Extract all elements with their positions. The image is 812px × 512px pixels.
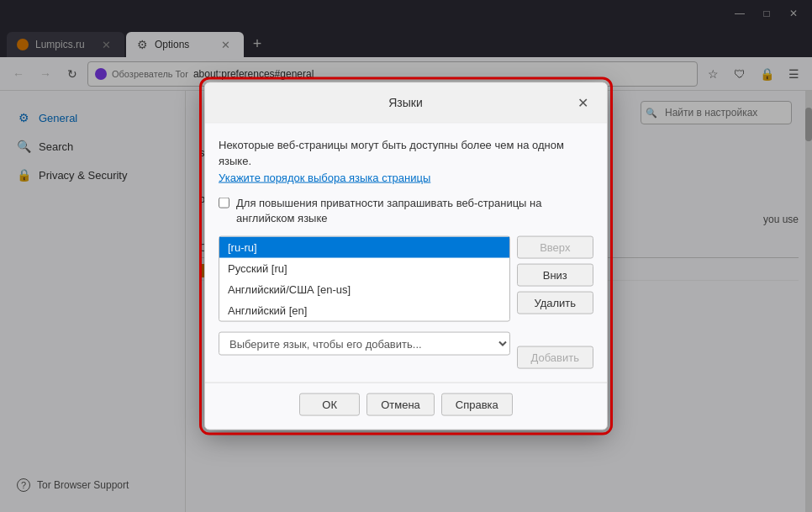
help-button[interactable]: Справка	[441, 393, 513, 416]
dialog-description-link[interactable]: Укажите порядок выбора языка страницы	[219, 171, 430, 183]
lang-item-en-us[interactable]: Английский/США [en-us]	[219, 279, 509, 300]
dialog-description: Некоторые веб-страницы могут быть доступ…	[219, 136, 593, 186]
dialog-close-button[interactable]: ✕	[572, 92, 593, 112]
cancel-button[interactable]: Отмена	[366, 393, 435, 416]
lang-item-ru[interactable]: Русский [ru]	[219, 258, 509, 279]
delete-button[interactable]: Удалить	[517, 292, 593, 314]
add-language-row: Выберите язык, чтобы его добавить...	[219, 332, 510, 356]
language-list-container: [ru-ru] Русский [ru] Английский/США [en-…	[219, 236, 510, 322]
dialog-header: Языки ✕	[205, 82, 607, 123]
move-up-button[interactable]: Вверх	[517, 236, 593, 259]
language-list-wrap: [ru-ru] Русский [ru] Английский/США [en-…	[219, 236, 510, 356]
lang-item-ru-ru[interactable]: [ru-ru]	[219, 237, 509, 258]
language-list-row: [ru-ru] Русский [ru] Английский/США [en-…	[219, 236, 593, 369]
checkbox-row: Для повышения приватности запрашивать ве…	[219, 196, 593, 226]
language-buttons: Вверх Вниз Удалить Добавить	[517, 236, 593, 369]
language-list: [ru-ru] Русский [ru] Английский/США [en-…	[219, 237, 509, 321]
languages-dialog: Языки ✕ Некоторые веб-страницы могут быт…	[204, 82, 608, 430]
dialog-footer: ОК Отмена Справка	[205, 383, 607, 430]
move-down-button[interactable]: Вниз	[517, 264, 593, 287]
dialog-body: Некоторые веб-страницы могут быть доступ…	[205, 123, 607, 383]
ok-button[interactable]: ОК	[299, 393, 360, 416]
add-language-select[interactable]: Выберите язык, чтобы его добавить...	[219, 332, 510, 356]
checkbox-label: Для повышения приватности запрашивать ве…	[236, 196, 593, 226]
lang-item-en[interactable]: Английский [en]	[219, 300, 509, 321]
add-button[interactable]: Добавить	[517, 346, 593, 369]
dialog-title: Языки	[239, 96, 572, 109]
privacy-checkbox[interactable]	[219, 198, 229, 208]
